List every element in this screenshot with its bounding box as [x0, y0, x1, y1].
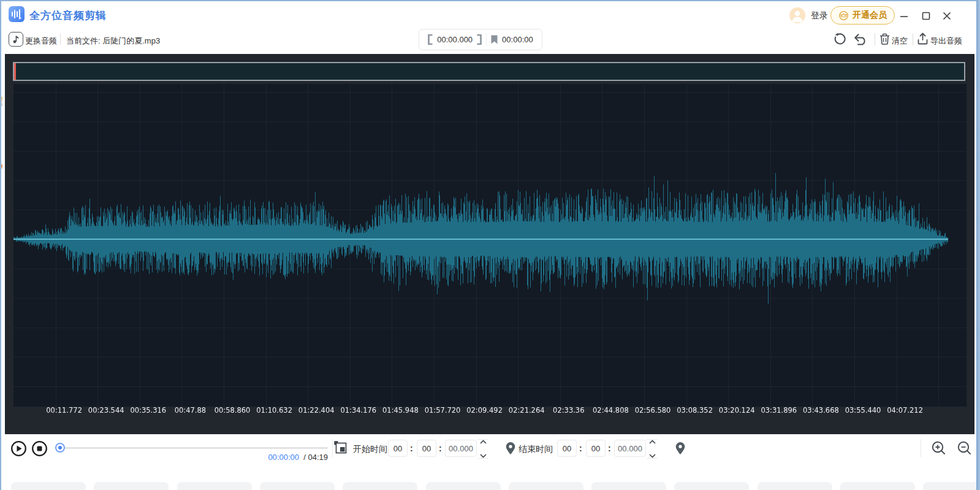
playback-time-display: 00:00:00 / 04:19 [239, 453, 328, 462]
clear-label[interactable]: 清空 [892, 36, 908, 47]
undo-button[interactable] [853, 33, 868, 46]
bottom-card[interactable] [177, 482, 252, 490]
bottom-card[interactable] [674, 482, 749, 490]
close-button[interactable] [938, 9, 956, 23]
play-icon [10, 440, 27, 457]
zoom-out-button[interactable] [957, 440, 972, 456]
toolbar-divider [913, 33, 913, 45]
redo-icon [833, 33, 846, 46]
minimap-overview[interactable] [13, 62, 965, 81]
bottom-card[interactable] [509, 482, 583, 490]
bottom-card[interactable] [840, 482, 915, 490]
time-label: 02:09.492 [466, 406, 503, 415]
location-pin-icon [505, 442, 516, 455]
time-label: 00:47.88 [175, 406, 206, 415]
upload-icon [917, 33, 928, 45]
time-label: 01:10.632 [256, 406, 292, 415]
redo-button[interactable] [833, 33, 846, 46]
waveform-panel: 00:11.77200:23.54400:35.31600:47.8800:58… [5, 54, 974, 434]
selection-time-box: 00:00.000 00:00:00 [419, 29, 542, 50]
time-label: 01:45.948 [382, 406, 419, 415]
current-time: 00:00:00 [268, 453, 299, 462]
bottom-card[interactable] [426, 482, 501, 490]
colon-separator: : [439, 443, 442, 453]
bottom-card[interactable] [11, 482, 86, 490]
time-label: 04:07.212 [887, 406, 923, 415]
desktop-edge [0, 0, 1, 490]
avatar[interactable] [789, 7, 805, 23]
vip-label: 开通会员 [853, 10, 887, 21]
start-time-stepper[interactable] [477, 439, 488, 459]
progress-slider-thumb[interactable] [55, 443, 65, 453]
time-label: 00:58.860 [215, 406, 251, 415]
crop-icon [334, 441, 348, 455]
minimap-playhead-marker[interactable] [14, 63, 16, 80]
time-label: 00:35.316 [130, 406, 166, 415]
music-note-icon [12, 35, 20, 44]
start-sms-input[interactable] [445, 440, 477, 457]
bottom-card[interactable] [923, 482, 980, 490]
current-file-label: 当前文件: 后陡门的夏.mp3 [66, 36, 160, 47]
equalizer-icon [10, 8, 23, 20]
maximize-button[interactable] [917, 9, 935, 23]
stop-icon [31, 440, 48, 457]
zoom-in-button[interactable] [931, 440, 946, 456]
minimize-button[interactable] [895, 9, 913, 23]
bottom-card[interactable] [343, 482, 417, 490]
bookmark-icon [491, 35, 498, 44]
bottom-card[interactable] [260, 482, 335, 490]
start-hh-input[interactable] [388, 440, 408, 457]
total-duration: / 04:19 [302, 453, 328, 462]
time-label: 03:43.668 [803, 406, 839, 415]
bottom-card[interactable] [94, 482, 169, 490]
time-label: 01:57.720 [425, 406, 461, 415]
play-button[interactable] [10, 440, 27, 457]
time-label: 03:31.896 [761, 406, 797, 415]
change-audio-label[interactable]: 更换音频 [25, 36, 57, 47]
time-label: 02:21.264 [509, 406, 545, 415]
set-end-marker-button[interactable] [675, 442, 686, 455]
toolbar-divider [875, 33, 875, 45]
transport-divider [921, 439, 921, 457]
bottom-card[interactable] [758, 482, 832, 490]
stop-button[interactable] [31, 440, 48, 457]
change-audio-button[interactable] [9, 32, 23, 47]
time-label: 00:23.544 [88, 406, 124, 415]
waveform-canvas[interactable] [13, 84, 967, 407]
end-mm-input[interactable] [586, 440, 606, 457]
start-mm-input[interactable] [417, 440, 436, 457]
page-title: 全方位音频剪辑 [29, 9, 107, 23]
chevron-down-icon [649, 454, 656, 458]
box-divider [486, 33, 487, 47]
app-window: 全方位音频剪辑 登录 开通会员 更换音 [0, 0, 980, 490]
end-sms-input[interactable] [614, 440, 646, 457]
set-start-marker-button[interactable] [505, 442, 516, 455]
location-pin-icon [675, 442, 686, 455]
undo-icon [853, 33, 868, 46]
bottom-card[interactable] [591, 482, 666, 490]
chevron-up-icon [649, 440, 656, 444]
trash-icon [879, 33, 890, 45]
desktop-edge [0, 0, 980, 1]
colon-separator: : [410, 443, 413, 453]
end-hh-input[interactable] [557, 440, 577, 457]
login-button[interactable]: 登录 [811, 10, 828, 21]
person-icon [789, 7, 805, 23]
bracket-left-icon [428, 34, 433, 45]
clear-button[interactable] [879, 33, 890, 45]
time-label: 03:55.440 [845, 406, 881, 415]
crown-icon [838, 11, 849, 20]
slider-dot [58, 446, 62, 450]
vip-button[interactable]: 开通会员 [830, 6, 895, 25]
progress-slider-track[interactable] [55, 447, 328, 449]
time-label: 01:34.176 [340, 406, 376, 415]
colon-separator: : [579, 443, 582, 453]
minimize-icon [900, 12, 908, 20]
export-label[interactable]: 导出音频 [930, 36, 962, 47]
crop-selection-icon-button[interactable] [334, 441, 348, 455]
time-label: 02:44.808 [593, 406, 629, 415]
end-time-stepper[interactable] [647, 439, 658, 459]
selection-time-value: 00:00.000 [437, 35, 473, 44]
bracket-right-icon [477, 34, 482, 45]
export-button[interactable] [917, 33, 928, 45]
